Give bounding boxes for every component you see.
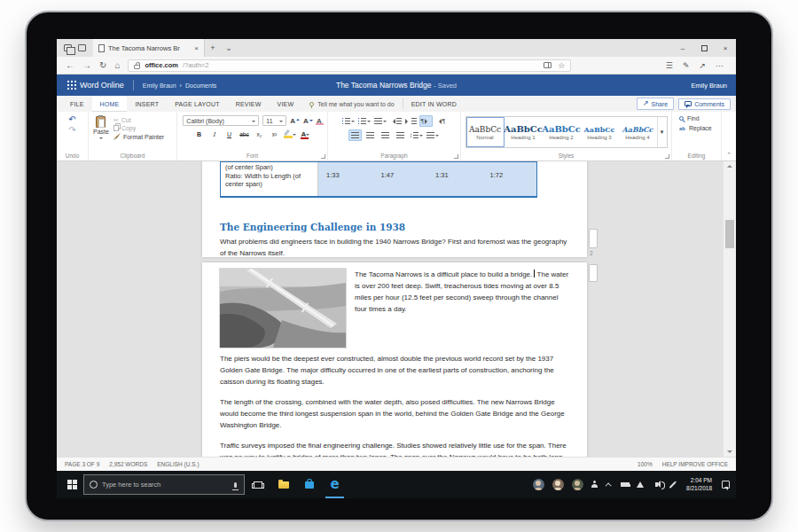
home-icon[interactable]: ⌂ [114,61,120,70]
rtl-direction-button[interactable]: ¶ [434,115,448,127]
replace-button[interactable]: abReplace [679,125,712,131]
tabs-set-aside-icon[interactable] [64,44,72,51]
document-scrollbar[interactable] [723,161,736,457]
tab-review[interactable]: REVIEW [228,96,270,112]
shrink-font-button[interactable]: A [303,117,313,125]
font-name-select[interactable]: Calibri (Body) [183,115,259,126]
web-note-icon[interactable]: ✎ [683,61,690,70]
table-selected-row[interactable]: 1:33 1:47 1:31 1:72 [318,162,536,196]
increase-indent-button[interactable] [404,115,418,127]
multilevel-list-button[interactable] [373,115,387,127]
paragraph-intro[interactable]: What problems did engineers face in buil… [220,236,572,257]
paste-button[interactable]: Paste [93,115,109,141]
share-icon[interactable]: ↗ [699,61,706,70]
ltr-direction-button[interactable]: ¶ [419,115,433,127]
font-dialog-launcher-icon[interactable] [321,154,325,159]
style-heading-4[interactable]: AaBbCcHeading 4 [619,117,657,147]
tab-preview-icon[interactable] [78,44,86,51]
align-right-button[interactable] [379,129,392,141]
maximize-button[interactable] [693,39,715,57]
reading-view-icon[interactable] [544,62,552,68]
paragraph-length[interactable]: The length of the crossing, combined wit… [220,396,572,431]
windows-ink-button[interactable] [665,471,680,498]
bridge-photo[interactable] [220,269,346,348]
grow-font-button[interactable]: A [290,117,300,125]
style-heading-1[interactable]: AaBbCcHeading 1 [505,117,543,147]
paste-dropdown-icon[interactable] [99,137,103,141]
edge-browser-button[interactable]: e [322,471,348,498]
edit-in-word-button[interactable]: EDIT IN WORD [403,96,465,112]
paragraph-piers[interactable]: The piers would be the deepest ever cons… [220,353,572,387]
tab-list-dropdown-icon[interactable]: ⌄ [221,39,237,57]
style-normal[interactable]: AaBbCcNormal [466,117,505,147]
margin-marker[interactable] [589,229,598,248]
scroll-up-icon[interactable] [724,161,736,170]
document-title[interactable]: The Tacoma Narrows Bridge [336,81,432,90]
hidden-icons-button[interactable] [602,471,617,498]
word-count[interactable]: 2,952 WORDS [109,461,147,467]
action-center-button[interactable] [718,471,733,498]
style-heading-2[interactable]: AaBbCcHeading 2 [543,117,581,147]
people-contact-3[interactable] [567,471,587,498]
hub-icon[interactable]: ☰ [666,61,673,70]
decrease-indent-button[interactable] [389,115,403,127]
favorite-star-icon[interactable]: ☆ [558,61,565,70]
search-input[interactable] [102,481,230,489]
new-tab-button[interactable]: + [205,39,221,57]
superscript-button[interactable]: x² [269,129,280,140]
tab-file[interactable]: FILE [62,96,92,112]
refresh-icon[interactable]: ↻ [99,61,106,70]
help-improve-office-link[interactable]: HELP IMPROVE OFFICE [662,461,728,467]
breadcrumb-folder[interactable]: Documents [185,82,216,89]
clear-formatting-button[interactable]: A [317,117,322,125]
subscript-button[interactable]: x₂ [254,129,265,140]
url-field[interactable]: office.com/?auth=2 ☆ [128,59,571,72]
file-explorer-button[interactable] [270,471,296,498]
microphone-icon[interactable] [234,482,237,488]
redo-button[interactable]: ↷ [68,126,75,135]
tab-home[interactable]: HOME [92,96,128,112]
document-page-3[interactable]: The Tacoma Narrows is a difficult place … [202,262,587,457]
font-color-button[interactable]: A [300,129,311,140]
close-button[interactable]: × [715,39,736,57]
breadcrumb[interactable]: Emily Braun › Documents [143,82,216,89]
underline-button[interactable]: U [223,129,235,140]
cut-button[interactable]: ✂Cut [113,117,164,123]
minimize-button[interactable]: – [672,39,693,57]
breadcrumb-user[interactable]: Emily Braun [143,82,176,89]
paragraph-dialog-launcher-icon[interactable] [454,154,458,159]
collapse-ribbon-icon[interactable]: ⌃ [726,152,732,158]
document-canvas[interactable]: (of center Span) Ratio: Width to Length … [57,161,736,457]
start-button[interactable] [60,471,83,498]
section-heading[interactable]: The Engineering Challenge in 1938 [220,222,569,232]
zoom-level[interactable]: 100% [638,461,653,467]
tell-me-box[interactable]: Tell me what you want to do [301,96,402,112]
network-status[interactable] [632,471,647,498]
table-cell[interactable]: 1:33 [318,162,373,196]
numbered-list-button[interactable] [357,115,372,127]
more-options-icon[interactable]: ··· [716,61,724,70]
task-view-button[interactable] [245,471,270,498]
tab-view[interactable]: VIEW [270,96,302,112]
battery-status[interactable] [617,471,632,498]
tab-close-icon[interactable]: × [194,44,199,52]
app-launcher-icon[interactable] [67,81,69,82]
find-button[interactable]: Find [679,115,700,121]
copy-button[interactable]: Copy [113,125,164,131]
tab-page-layout[interactable]: PAGE LAYOUT [167,96,228,112]
scrollbar-thumb[interactable] [725,220,734,248]
align-left-button[interactable] [348,129,362,141]
styles-more-icon[interactable]: ▾ [657,117,667,147]
strikethrough-button[interactable]: abc [239,129,250,140]
font-size-select[interactable]: 11 [262,115,286,126]
people-button[interactable] [587,471,602,498]
paragraph-traffic[interactable]: Traffic surveys imposed the final engine… [220,440,572,457]
forward-icon[interactable]: → [82,61,91,70]
share-button[interactable]: ↗ Share [637,98,674,110]
format-painter-button[interactable]: Format Painter [113,133,164,140]
align-center-button[interactable] [364,129,377,141]
taskbar-search[interactable] [83,474,245,495]
volume-status[interactable] [647,471,665,498]
bold-button[interactable]: B [193,129,205,140]
table-cell[interactable]: 1:47 [373,162,428,196]
